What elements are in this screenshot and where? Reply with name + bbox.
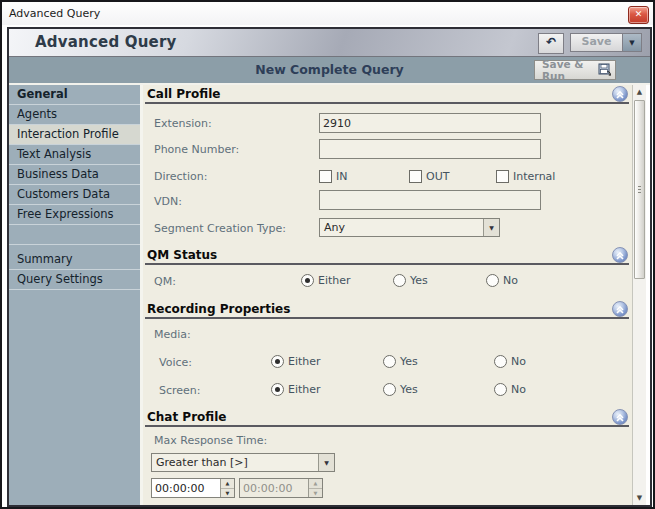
screen-no-label: No xyxy=(511,383,526,396)
save-and-run-button[interactable]: Save & Run xyxy=(534,60,616,80)
direction-internal-checkbox[interactable]: Internal xyxy=(496,170,555,183)
sidebar-item-interaction-profile[interactable]: Interaction Profile xyxy=(9,125,140,145)
voice-yes-radio[interactable]: Yes xyxy=(383,355,418,368)
voice-no-label: No xyxy=(511,355,526,368)
chevron-up-icon xyxy=(613,410,627,424)
screen-either-label: Either xyxy=(288,383,321,396)
max-response-comparator-value: Greater than [>] xyxy=(156,456,248,469)
radio-icon[interactable] xyxy=(494,355,507,368)
extension-label: Extension: xyxy=(154,117,212,130)
spinner-down-icon: ▼ xyxy=(309,489,322,498)
close-button[interactable]: ✕ xyxy=(628,6,649,24)
segment-creation-type-dropdown[interactable]: Any ▼ xyxy=(319,218,500,237)
phone-number-input[interactable] xyxy=(319,139,541,159)
screen-yes-radio[interactable]: Yes xyxy=(383,383,418,396)
spinner-up-icon[interactable]: ▲ xyxy=(221,479,234,489)
qm-yes-label: Yes xyxy=(410,274,428,287)
radio-icon[interactable] xyxy=(383,383,396,396)
category-sidebar: General Agents Interaction Profile Text … xyxy=(9,85,140,505)
direction-out-checkbox[interactable]: OUT xyxy=(409,170,449,183)
spinner-down-icon[interactable]: ▼ xyxy=(221,489,234,498)
section-divider xyxy=(145,425,629,427)
radio-selected-icon[interactable] xyxy=(301,274,314,287)
radio-icon[interactable] xyxy=(486,274,499,287)
scrollbar-thumb[interactable] xyxy=(634,100,645,279)
section-title-recording-properties: Recording Properties xyxy=(147,302,290,316)
qm-either-radio[interactable]: Either xyxy=(301,274,351,287)
screen-label: Screen: xyxy=(159,384,201,397)
section-divider xyxy=(145,317,629,319)
collapse-qm-status-button[interactable] xyxy=(612,247,628,263)
radio-icon[interactable] xyxy=(494,383,507,396)
direction-out-label: OUT xyxy=(426,170,449,183)
checkbox-icon[interactable] xyxy=(409,170,422,183)
chevron-up-icon xyxy=(613,302,627,316)
save-run-icon xyxy=(598,63,612,77)
screen-either-radio[interactable]: Either xyxy=(271,383,321,396)
chevron-down-icon: ▼ xyxy=(324,459,329,466)
checkbox-icon[interactable] xyxy=(319,170,332,183)
save-dropdown-button[interactable]: ▼ xyxy=(622,34,641,51)
dropdown-arrow-button[interactable]: ▼ xyxy=(318,454,334,471)
chevron-down-icon: ▼ xyxy=(489,224,494,231)
qm-no-label: No xyxy=(503,274,518,287)
scrollbar-down-icon[interactable]: ▼ xyxy=(633,494,646,502)
scrollbar-grip xyxy=(638,186,641,194)
undo-button[interactable]: ↶ xyxy=(538,33,564,54)
sidebar-item-agents[interactable]: Agents xyxy=(9,105,140,125)
checkbox-icon[interactable] xyxy=(496,170,509,183)
vertical-scrollbar[interactable]: ▲ ▼ xyxy=(632,85,646,505)
chevron-up-icon xyxy=(613,248,627,262)
vdn-label: VDN: xyxy=(154,195,182,208)
form-panel: Call Profile Extension: Phone Number: Di… xyxy=(143,85,632,505)
radio-icon[interactable] xyxy=(383,355,396,368)
segment-creation-type-value: Any xyxy=(324,221,345,234)
scrollbar-up-icon[interactable]: ▲ xyxy=(633,88,646,96)
screenshot-root: Advanced Query ✕ Advanced Query ↶ Save ▼… xyxy=(0,0,655,509)
sidebar-item-text-analysis[interactable]: Text Analysis xyxy=(9,145,140,165)
dialog-body: General Agents Interaction Profile Text … xyxy=(9,85,650,505)
time-from-spinner[interactable]: 00:00:00 ▲ ▼ xyxy=(151,478,235,498)
section-title-qm-status: QM Status xyxy=(147,248,217,262)
sidebar-item-free-expressions[interactable]: Free Expressions xyxy=(9,205,140,225)
vdn-input[interactable] xyxy=(319,190,541,210)
qm-yes-radio[interactable]: Yes xyxy=(393,274,428,287)
extension-input[interactable] xyxy=(319,113,541,133)
radio-selected-icon[interactable] xyxy=(271,383,284,396)
query-name-bar: New Complete Query Save & Run xyxy=(9,57,650,85)
collapse-recording-properties-button[interactable] xyxy=(612,301,628,317)
phone-number-label: Phone Number: xyxy=(154,143,239,156)
max-response-comparator-dropdown[interactable]: Greater than [>] ▼ xyxy=(151,453,335,472)
section-title-call-profile: Call Profile xyxy=(147,87,220,101)
undo-icon: ↶ xyxy=(546,35,556,49)
screen-no-radio[interactable]: No xyxy=(494,383,526,396)
sidebar-item-summary[interactable]: Summary xyxy=(9,250,140,270)
sidebar-item-business-data[interactable]: Business Data xyxy=(9,165,140,185)
chevron-up-icon xyxy=(613,87,627,101)
sidebar-item-general[interactable]: General xyxy=(9,85,140,105)
sidebar-item-query-settings[interactable]: Query Settings xyxy=(9,270,140,290)
save-split-button[interactable]: Save ▼ xyxy=(570,33,642,52)
direction-internal-label: Internal xyxy=(513,170,555,183)
sidebar-item-customers-data[interactable]: Customers Data xyxy=(9,185,140,205)
qm-no-radio[interactable]: No xyxy=(486,274,518,287)
section-divider xyxy=(145,263,629,265)
qm-either-label: Either xyxy=(318,274,351,287)
voice-no-radio[interactable]: No xyxy=(494,355,526,368)
time-to-value: 00:00:00 xyxy=(240,479,308,497)
radio-icon[interactable] xyxy=(393,274,406,287)
voice-yes-label: Yes xyxy=(400,355,418,368)
spinner-up-icon: ▲ xyxy=(309,479,322,489)
media-label: Media: xyxy=(154,328,191,341)
application-window: Advanced Query ✕ Advanced Query ↶ Save ▼… xyxy=(2,2,653,507)
direction-in-label: IN xyxy=(336,170,347,183)
radio-selected-icon[interactable] xyxy=(271,355,284,368)
segment-creation-type-label: Segment Creation Type: xyxy=(154,222,286,235)
collapse-chat-profile-button[interactable] xyxy=(612,409,628,425)
direction-in-checkbox[interactable]: IN xyxy=(319,170,347,183)
voice-either-label: Either xyxy=(288,355,321,368)
voice-either-radio[interactable]: Either xyxy=(271,355,321,368)
dropdown-arrow-button[interactable]: ▼ xyxy=(483,219,499,236)
section-divider xyxy=(145,102,629,104)
collapse-call-profile-button[interactable] xyxy=(612,86,628,102)
